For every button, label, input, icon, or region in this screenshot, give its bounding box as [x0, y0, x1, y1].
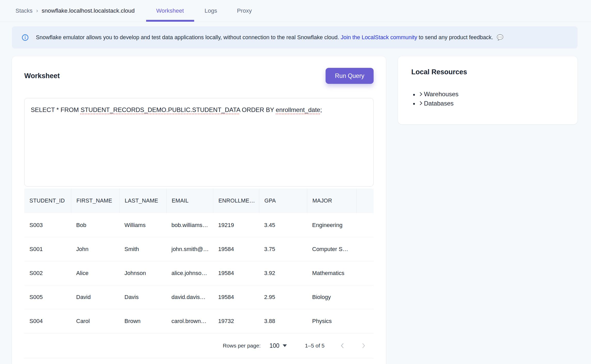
table-cell: Brown	[119, 309, 166, 333]
table-cell: 19732	[213, 309, 259, 333]
breadcrumb-current-stack: snowflake.localhost.localstack.cloud	[42, 7, 135, 14]
info-banner: Snowflake emulator allows you to develop…	[12, 26, 578, 48]
tree-item-warehouses-label: Warehouses	[424, 90, 459, 99]
table-cell: 19219	[213, 213, 259, 237]
breadcrumb-stacks-link[interactable]: Stacks	[15, 7, 33, 14]
table-cell-spacer	[356, 213, 374, 237]
worksheet-panel-header: Worksheet Run Query	[24, 68, 374, 84]
query-results-table: STUDENT_ID FIRST_NAME LAST_NAME EMAIL EN…	[24, 189, 374, 358]
local-resources-panel: Local Resources Warehouses Databases	[398, 56, 578, 124]
chevron-right-icon	[419, 92, 423, 96]
rows-per-page-value: 100	[270, 342, 279, 349]
table-cell-spacer	[356, 285, 374, 309]
worksheet-title: Worksheet	[24, 72, 60, 80]
tab-bar: Worksheet Logs Proxy	[146, 0, 261, 22]
column-header-spacer	[356, 189, 374, 213]
table-row: S004 Carol Brown carol.brown… 19732 3.88…	[24, 309, 374, 333]
breadcrumb: Stacks › snowflake.localhost.localstack.…	[15, 0, 135, 22]
table-cell: S004	[24, 309, 71, 333]
tab-worksheet[interactable]: Worksheet	[146, 0, 194, 22]
banner-text-before-link: Snowflake emulator allows you to develop…	[36, 34, 339, 41]
table-cell: Alice	[71, 261, 119, 285]
table-cell: David	[71, 285, 119, 309]
table-cell: Engineering	[307, 213, 356, 237]
column-header-email: EMAIL	[166, 189, 213, 213]
table-cell: 19584	[213, 285, 259, 309]
banner-text-after-link: to send any product feedback.	[419, 34, 493, 41]
info-icon	[22, 34, 29, 41]
tab-logs-label: Logs	[204, 7, 217, 14]
table-cell: john.smith@…	[166, 237, 213, 261]
table-row: S002 Alice Johnson alice.johnso… 19584 3…	[24, 261, 374, 285]
table-cell: Mathematics	[307, 261, 356, 285]
next-page-button[interactable]	[360, 342, 367, 349]
table-cell: 19584	[213, 237, 259, 261]
table-row: S003 Bob Williams bob.williams… 19219 3.…	[24, 213, 374, 237]
run-query-button[interactable]: Run Query	[326, 68, 374, 84]
chevron-right-icon	[360, 342, 367, 349]
local-resources-list: Warehouses Databases	[411, 90, 564, 108]
banner-message: Snowflake emulator allows you to develop…	[36, 34, 503, 41]
tree-item-warehouses[interactable]: Warehouses	[419, 90, 459, 99]
table-cell-spacer	[356, 237, 374, 261]
rows-per-page-select[interactable]: 100	[270, 342, 287, 349]
table-cell: S002	[24, 261, 71, 285]
table-cell: 19584	[213, 261, 259, 285]
table-body: S003 Bob Williams bob.williams… 19219 3.…	[24, 213, 374, 333]
sql-keyword-segment: SELECT * FROM	[31, 106, 81, 113]
breadcrumb-separator-icon: ›	[36, 7, 38, 14]
sql-column-identifier: enrollment_date	[276, 106, 320, 113]
column-header-enrollment: ENROLLME…	[213, 189, 259, 213]
table-cell-spacer	[356, 261, 374, 285]
table-cell: 2.95	[259, 285, 307, 309]
table-cell: 3.75	[259, 237, 307, 261]
table-cell: Computer S…	[307, 237, 356, 261]
top-navigation-bar: Stacks › snowflake.localhost.localstack.…	[0, 0, 591, 22]
table-row: S001 John Smith john.smith@… 19584 3.75 …	[24, 237, 374, 261]
tab-worksheet-label: Worksheet	[156, 7, 184, 14]
dropdown-caret-icon	[283, 344, 287, 347]
rows-per-page-label: Rows per page:	[223, 343, 261, 349]
column-header-major: MAJOR	[307, 189, 356, 213]
table-header-row: STUDENT_ID FIRST_NAME LAST_NAME EMAIL EN…	[24, 189, 374, 213]
sql-query-editor[interactable]: SELECT * FROM STUDENT_RECORDS_DEMO.PUBLI…	[24, 98, 374, 187]
table-cell: Williams	[119, 213, 166, 237]
table-cell: Johnson	[119, 261, 166, 285]
tab-proxy-label: Proxy	[237, 7, 252, 14]
tree-item-databases-label: Databases	[424, 99, 454, 108]
sql-terminator: ;	[320, 106, 322, 113]
table-cell: Davis	[119, 285, 166, 309]
table-cell: carol.brown…	[166, 309, 213, 333]
tree-item-databases[interactable]: Databases	[419, 99, 454, 108]
table-row: S005 David Davis david.davis… 19584 2.95…	[24, 285, 374, 309]
table-cell: 3.92	[259, 261, 307, 285]
sql-orderby-segment: ORDER BY	[240, 106, 276, 113]
column-header-gpa: GPA	[259, 189, 307, 213]
chevron-right-icon	[419, 101, 423, 106]
table-cell: John	[71, 237, 119, 261]
pagination-range-label: 1–5 of 5	[305, 343, 325, 349]
table-cell-spacer	[356, 309, 374, 333]
resources-list-item: Warehouses	[419, 90, 564, 99]
table-cell: S001	[24, 237, 71, 261]
table-cell: S005	[24, 285, 71, 309]
sql-table-identifier: STUDENT_RECORDS_DEMO.PUBLIC.STUDENT_DATA	[81, 106, 240, 113]
localstack-community-link[interactable]: Join the LocalStack community	[341, 34, 417, 41]
tab-logs[interactable]: Logs	[194, 0, 228, 22]
table-cell: S003	[24, 213, 71, 237]
resources-list-item: Databases	[419, 99, 564, 108]
table-cell: 3.45	[259, 213, 307, 237]
pagination-bar: Rows per page: 100 1–5 of 5	[24, 333, 374, 358]
column-header-last-name: LAST_NAME	[119, 189, 166, 213]
table-cell: 3.88	[259, 309, 307, 333]
table-cell: Physics	[307, 309, 356, 333]
tab-proxy[interactable]: Proxy	[228, 0, 261, 22]
table-cell: Biology	[307, 285, 356, 309]
main-content: Worksheet Run Query SELECT * FROM STUDEN…	[12, 56, 591, 364]
previous-page-button[interactable]	[339, 342, 346, 349]
table-cell: bob.williams…	[166, 213, 213, 237]
table-cell: Bob	[71, 213, 119, 237]
worksheet-panel: Worksheet Run Query SELECT * FROM STUDEN…	[12, 56, 386, 364]
table-cell: david.davis…	[166, 285, 213, 309]
local-resources-title: Local Resources	[411, 68, 564, 76]
